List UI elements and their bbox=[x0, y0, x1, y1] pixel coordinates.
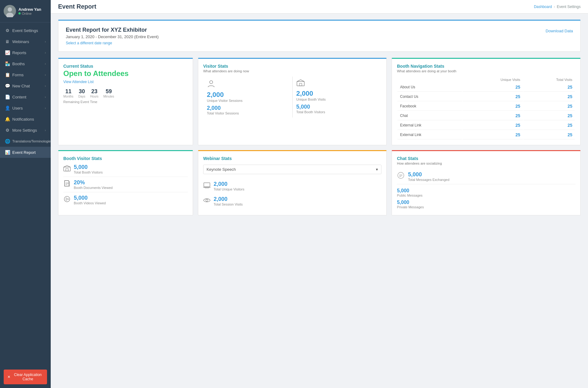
forms-icon: 📋 bbox=[5, 72, 10, 77]
chevron-right-icon: › bbox=[45, 129, 46, 132]
chevron-right-icon: › bbox=[45, 51, 46, 54]
col-total-visits: Total Visits bbox=[523, 77, 575, 82]
svg-marker-13 bbox=[66, 198, 69, 200]
total-booth-visitors-value: 5,000 bbox=[296, 104, 378, 110]
chevron-right-icon: › bbox=[45, 95, 46, 99]
booth-docs-value: 20% bbox=[74, 179, 112, 186]
booth-nav-row-unique: 25 bbox=[463, 121, 523, 130]
booth-nav-row-total: 25 bbox=[523, 130, 575, 139]
current-status-title: Current Status bbox=[63, 64, 188, 69]
chevron-down-icon: ▾ bbox=[376, 167, 378, 172]
booth-total-visitors-value: 5,000 bbox=[74, 164, 103, 170]
chevron-right-icon: › bbox=[45, 106, 46, 110]
chat-bubble-icon bbox=[397, 172, 405, 181]
svg-rect-4 bbox=[297, 82, 304, 86]
booth-videos-label: Booth Videos Viewed bbox=[74, 201, 106, 205]
webinar-session-visits-row: 2,000 Total Session Visits bbox=[203, 194, 382, 209]
bottom-cards-row: Booth Visitor Stats 5,000 Total Booth Vi… bbox=[58, 150, 581, 215]
webinar-unique-visitors-value: 2,000 bbox=[214, 181, 244, 187]
booth-nav-row-total: 25 bbox=[523, 121, 575, 130]
users-icon: 👤 bbox=[5, 106, 10, 110]
webinar-dropdown[interactable]: Keynote Speech ▾ bbox=[203, 165, 382, 174]
view-attendee-list-link[interactable]: View Attendee List bbox=[63, 80, 188, 84]
booth-nav-row: About Us 25 25 bbox=[397, 83, 575, 92]
clear-cache-button[interactable]: ✕ Clear Application Cache bbox=[4, 370, 47, 384]
booth-visit-icon bbox=[296, 79, 378, 88]
chevron-right-icon: › bbox=[45, 40, 46, 43]
private-messages-row: 5,000 Private Messages bbox=[397, 198, 575, 210]
total-visitor-sessions-value: 2,000 bbox=[207, 105, 289, 111]
booth-total-visitors-row: 5,000 Total Booth Visitors bbox=[63, 162, 188, 177]
globe-icon: 🌐 bbox=[5, 139, 10, 144]
sidebar-item-reports[interactable]: 📈 Reports › bbox=[0, 47, 51, 58]
sidebar-item-more-settings[interactable]: ⚙ More Settings › bbox=[0, 125, 51, 136]
profile-info: Andrew Yan Online bbox=[18, 7, 41, 15]
booth-nav-row: Chat 25 25 bbox=[397, 111, 575, 120]
booth-nav-stats-card: Booth Navigation Stats What attendees ar… bbox=[392, 58, 581, 145]
report-header-card: Event Report for XYZ Exhibitor January 1… bbox=[58, 20, 581, 52]
unique-visitor-sessions-label: Unique Visitor Sessions bbox=[207, 99, 289, 102]
public-messages-label: Public Messages bbox=[397, 194, 575, 197]
current-status-card: Current Status Open to Attendees View At… bbox=[58, 58, 193, 145]
settings-icon: ⚙ bbox=[5, 28, 10, 33]
sidebar-item-forms[interactable]: 📋 Forms › bbox=[0, 69, 51, 80]
unique-visitor-sessions-value: 2,000 bbox=[207, 91, 289, 99]
unique-booth-visits-label: Unique Booth Visits bbox=[296, 98, 378, 101]
booth-nav-row-unique: 25 bbox=[463, 111, 523, 120]
chat-total-messages-row: 5,000 Total Messages Exchanged bbox=[397, 169, 575, 184]
webinar-unique-visitors-row: 2,000 Total Unique Visitors bbox=[203, 178, 382, 194]
sidebar-nav: ⚙ Event Settings 🖥 Webinars › 📈 Reports … bbox=[0, 22, 51, 366]
status-open-label: Open to Attendees bbox=[63, 69, 188, 78]
sidebar-item-event-settings[interactable]: ⚙ Event Settings bbox=[0, 25, 51, 36]
booth-icon-visitors bbox=[63, 165, 71, 173]
download-data-link[interactable]: Download Data bbox=[546, 29, 573, 33]
sidebar-item-notifications[interactable]: 🔔 Notifications bbox=[0, 114, 51, 125]
sidebar-item-new-chat[interactable]: 💬 New Chat › bbox=[0, 80, 51, 91]
content-area: Event Report for XYZ Exhibitor January 1… bbox=[51, 14, 588, 388]
svg-rect-5 bbox=[299, 83, 302, 86]
unique-sessions-col: 2,000 Unique Visitor Sessions 2,000 Tota… bbox=[203, 77, 293, 118]
change-date-range-link[interactable]: Select a different date range bbox=[66, 41, 159, 45]
sidebar-item-booths[interactable]: 🏪 Booths › bbox=[0, 58, 51, 69]
booth-nav-row-unique: 25 bbox=[463, 102, 523, 111]
booth-nav-row-total: 25 bbox=[523, 102, 575, 111]
total-visitor-sessions-label: Total Visitor Sessions bbox=[207, 111, 289, 115]
svg-point-15 bbox=[206, 199, 208, 202]
monitor-icon: 🖥 bbox=[5, 39, 10, 44]
booth-nav-row-unique: 25 bbox=[463, 130, 523, 139]
public-messages-value: 5,000 bbox=[397, 188, 575, 194]
breadcrumb-dashboard[interactable]: Dashboard bbox=[534, 5, 552, 9]
webinar-title: Webinar Stats bbox=[203, 156, 382, 161]
svg-rect-6 bbox=[64, 167, 70, 171]
booth-nav-row-total: 25 bbox=[523, 83, 575, 92]
chat-total-messages-value: 5,000 bbox=[408, 171, 449, 178]
booth-nav-row: External Link 25 25 bbox=[397, 130, 575, 139]
booth-nav-row: Facebook 25 25 bbox=[397, 102, 575, 111]
chart-icon: 📈 bbox=[5, 50, 10, 55]
visitor-stats-grid: 2,000 Unique Visitor Sessions 2,000 Tota… bbox=[203, 77, 382, 118]
webinar-stats-card: Webinar Stats Keynote Speech ▾ bbox=[198, 150, 387, 215]
booth-nav-row-label: Chat bbox=[397, 111, 462, 120]
booth-docs-label: Booth Documents Viewed bbox=[74, 186, 112, 190]
sidebar-item-webinars[interactable]: 🖥 Webinars › bbox=[0, 36, 51, 47]
booth-nav-title: Booth Navigation Stats bbox=[397, 64, 575, 69]
sidebar-item-users[interactable]: 👤 Users › bbox=[0, 102, 51, 114]
svg-point-16 bbox=[398, 172, 404, 178]
booth-nav-row-unique: 25 bbox=[463, 83, 523, 92]
bell-icon: 🔔 bbox=[5, 117, 10, 122]
booth-nav-row-unique: 25 bbox=[463, 92, 523, 101]
booth-icon: 🏪 bbox=[5, 61, 10, 66]
sidebar-item-translations[interactable]: 🌐 Translations/Terminologies bbox=[0, 136, 51, 147]
visitor-stats-subtitle: What attendees are doing now bbox=[203, 69, 382, 73]
booth-nav-row: Contact Us 25 25 bbox=[397, 92, 575, 101]
sidebar-item-content[interactable]: 📄 Content › bbox=[0, 91, 51, 102]
booth-icon-videos bbox=[63, 196, 71, 204]
sidebar-item-event-report[interactable]: 📊 Event Report bbox=[0, 147, 51, 158]
sidebar: Andrew Yan Online ⚙ Event Settings 🖥 Web… bbox=[0, 0, 51, 388]
booth-visits-col: 2,000 Unique Booth Visits 5,000 Total Bo… bbox=[293, 77, 382, 118]
status-dot bbox=[18, 12, 21, 14]
booth-visitor-title: Booth Visitor Stats bbox=[63, 156, 188, 161]
chevron-right-icon: › bbox=[45, 84, 46, 88]
countdown-minutes: 59 Minutes bbox=[103, 88, 114, 98]
svg-point-1 bbox=[8, 7, 12, 12]
